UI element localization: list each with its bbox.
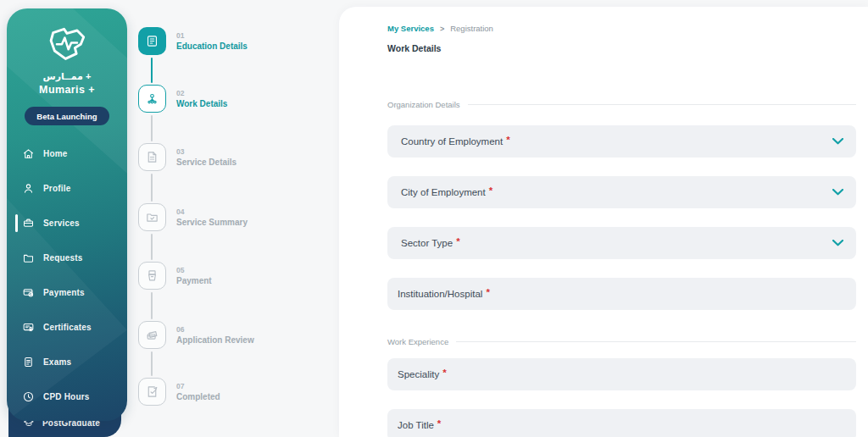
sidebar-item-payments[interactable]: Payments xyxy=(7,275,127,310)
step-number: 03 xyxy=(176,147,236,156)
step-connector xyxy=(151,115,153,141)
step-box xyxy=(138,143,166,171)
exams-icon xyxy=(22,356,35,368)
section-divider xyxy=(456,341,856,342)
payment-icon xyxy=(145,268,159,283)
field-label: Job Title xyxy=(398,420,434,430)
step-payment[interactable]: 05 Payment xyxy=(138,262,212,290)
step-box xyxy=(138,27,166,55)
sidebar-item-label: Requests xyxy=(43,253,83,263)
sector-type-dropdown[interactable]: Sector Type * xyxy=(387,227,856,259)
requests-icon xyxy=(22,252,35,264)
sidebar: ممــارس + Mumaris + Beta Launching Home … xyxy=(7,8,127,421)
step-number: 02 xyxy=(176,89,227,97)
completed-icon xyxy=(145,384,159,399)
sidebar-item-label: Certificates xyxy=(43,323,92,332)
step-education-details[interactable]: 01 Education Details xyxy=(138,27,248,55)
main-panel: My Services > Registration Work Details … xyxy=(339,7,868,437)
step-completed[interactable]: 07 Completed xyxy=(138,378,220,406)
page-title: Work Details xyxy=(387,43,856,53)
breadcrumb-separator-icon: > xyxy=(440,25,444,33)
step-application-review[interactable]: 06 Application Review xyxy=(138,321,254,349)
brand-block: ممــارس + Mumaris + xyxy=(7,8,127,96)
step-number: 07 xyxy=(176,382,220,390)
sidebar-item-home[interactable]: Home xyxy=(7,136,127,171)
sidebar-menu: Home Profile Services Requests Payments … xyxy=(7,136,127,414)
profile-icon xyxy=(22,182,35,195)
certificates-icon xyxy=(22,321,35,334)
step-label: Service Summary xyxy=(176,218,248,227)
sidebar-item-label: Exams xyxy=(43,357,71,367)
step-box xyxy=(138,378,166,406)
sidebar-item-label: CPD Hours xyxy=(43,392,90,401)
section-heading: Work Experience xyxy=(387,337,448,346)
beta-launching-badge[interactable]: Beta Launching xyxy=(25,107,109,125)
field-label: Sector Type xyxy=(401,238,453,248)
speciality-input[interactable]: Speciality * xyxy=(387,358,856,390)
required-marker: * xyxy=(437,418,441,429)
field-label: Instituation/Hospital xyxy=(398,289,482,299)
institution-hospital-input[interactable]: Instituation/Hospital * xyxy=(387,278,856,310)
step-box xyxy=(138,262,166,290)
required-marker: * xyxy=(489,185,492,196)
section-divider xyxy=(468,104,856,105)
chevron-down-icon xyxy=(832,138,843,145)
sidebar-item-profile[interactable]: Profile xyxy=(7,171,127,206)
cpd-hours-icon xyxy=(22,390,35,403)
step-label: Application Review xyxy=(176,335,254,345)
sidebar-item-label: Home xyxy=(43,149,68,158)
step-number: 06 xyxy=(176,325,254,334)
breadcrumb: My Services > Registration xyxy=(387,24,856,33)
step-box xyxy=(138,203,166,231)
step-box xyxy=(138,321,166,349)
chevron-down-icon xyxy=(832,240,843,246)
breadcrumb-my-services[interactable]: My Services xyxy=(387,24,434,33)
application-review-icon xyxy=(145,328,159,342)
step-label: Service Details xyxy=(176,158,236,167)
required-marker: * xyxy=(442,368,446,378)
service-summary-icon xyxy=(145,210,159,224)
service-details-icon xyxy=(145,150,159,164)
step-box xyxy=(138,85,166,113)
job-title-input[interactable]: Job Title * xyxy=(387,409,856,437)
sidebar-item-services[interactable]: Services xyxy=(7,206,127,241)
step-connector xyxy=(151,58,153,83)
sidebar-item-exams[interactable]: Exams xyxy=(7,345,127,379)
field-label: Speciality xyxy=(398,369,439,379)
registration-stepper: 01 Education Details 02 Work Details 03 … xyxy=(127,0,339,437)
section-work-experience: Work Experience xyxy=(387,337,856,346)
step-connector xyxy=(151,234,153,260)
step-label: Education Details xyxy=(176,41,248,51)
step-label: Payment xyxy=(176,276,212,285)
city-of-employment-dropdown[interactable]: City of Employment * xyxy=(387,176,856,208)
sidebar-item-cpd-hours[interactable]: CPD Hours xyxy=(7,379,127,414)
home-icon xyxy=(22,147,35,160)
brand-name: Mumaris + xyxy=(7,84,127,96)
services-icon xyxy=(22,217,35,230)
app-root: PostGraduate ممــارس + Mumaris + Beta La… xyxy=(0,0,868,437)
step-connector xyxy=(151,351,153,376)
step-connector xyxy=(151,174,153,202)
field-label: Country of Employment xyxy=(401,136,503,147)
required-marker: * xyxy=(506,135,509,145)
step-number: 05 xyxy=(176,266,212,274)
sidebar-item-label: Profile xyxy=(43,184,71,193)
sidebar-item-certificates[interactable]: Certificates xyxy=(7,310,127,345)
sidebar-item-requests[interactable]: Requests xyxy=(7,241,127,275)
step-number: 01 xyxy=(176,31,248,40)
step-label: Work Details xyxy=(176,99,227,108)
sidebar-item-label: Services xyxy=(43,218,80,228)
field-label: City of Employment xyxy=(401,187,486,197)
step-service-summary[interactable]: 04 Service Summary xyxy=(138,203,248,231)
section-heading: Organization Details xyxy=(387,100,460,109)
step-service-details[interactable]: 03 Service Details xyxy=(138,143,236,171)
brand-arabic: ممــارس + xyxy=(7,71,127,82)
mumaris-logo-icon xyxy=(42,25,92,66)
required-marker: * xyxy=(456,236,459,246)
country-of-employment-dropdown[interactable]: Country of Employment * xyxy=(387,125,856,158)
section-organization-details: Organization Details xyxy=(387,100,856,109)
required-marker: * xyxy=(486,287,489,297)
step-work-details[interactable]: 02 Work Details xyxy=(138,85,227,113)
step-connector xyxy=(151,292,153,319)
sidebar-item-label: Payments xyxy=(43,288,85,297)
